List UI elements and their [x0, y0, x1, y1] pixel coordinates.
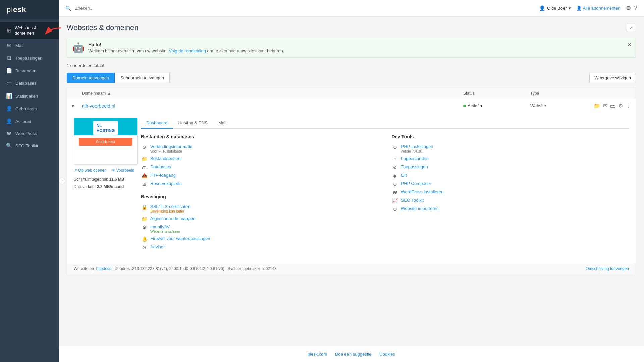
files-icon[interactable]: 📁 — [594, 103, 600, 109]
footer-link-cookies[interactable]: Cookies — [379, 352, 395, 357]
preview-icon: 👁 — [111, 168, 115, 173]
banner-text-after: om te zien hoe u uw sites kunt beheren. — [207, 48, 284, 53]
detail-content: Dashboard Hosting & DNS Mail Bestanden &… — [141, 118, 629, 257]
section-files-db-title: Bestanden & databases — [141, 134, 378, 139]
feature-firewall[interactable]: 🔔 Firewall voor webtoepassingen — [141, 235, 378, 243]
php-icon: ⊙ — [392, 144, 398, 150]
composer-icon: ⊙ — [392, 181, 398, 187]
logs-icon: ≡ — [392, 156, 398, 162]
topbar-icons: ⚙ ? — [626, 5, 637, 12]
sidebar-item-gebruikers[interactable]: 👤 Gebruikers — [0, 102, 59, 115]
footer-link-plesk[interactable]: plesk.com — [308, 352, 327, 357]
settings-action-icon[interactable]: ⚙ — [618, 103, 623, 109]
banner-close-button[interactable]: ✕ — [627, 41, 632, 48]
more-actions-icon[interactable]: ⋮ — [626, 103, 631, 109]
feature-imunifyav[interactable]: ⚙ ImunifyAV Website is schoon — [141, 223, 378, 235]
add-description-link[interactable]: Omschrijving toevoegen — [586, 266, 629, 271]
col-type: Type — [530, 91, 597, 96]
search-input[interactable] — [75, 6, 535, 11]
feature-advisor[interactable]: ⊙ Advisor — [141, 243, 378, 251]
preview-cta-button[interactable]: Ontdek meer — [79, 138, 132, 146]
tab-hosting-dns[interactable]: Hosting & DNS — [173, 118, 213, 129]
col-domain-name[interactable]: Domeinnaam ▲ — [82, 91, 463, 96]
account-icon: 👤 — [6, 118, 12, 124]
user-menu[interactable]: 👤 C de Boer ▾ — [539, 5, 571, 11]
feature-wordpress-install[interactable]: W WordPress installeren — [392, 188, 629, 196]
sidebar-item-databases[interactable]: 🗃 Databases — [0, 77, 59, 89]
feature-ftp[interactable]: 📤 FTP-toegang — [141, 171, 378, 180]
page-footer: plesk.com Doe een suggestie Cookies — [59, 346, 644, 362]
traffic-usage: Dataverkeer 2.2 MB/maand — [74, 183, 141, 191]
preview-link[interactable]: 👁 Voorbeeld — [111, 168, 135, 173]
content-area: Websites & domeinen ⤢ 🤖 Hallo! Welkom bi… — [59, 17, 644, 346]
open-web-link[interactable]: ↗ Op web openen — [74, 168, 107, 173]
add-domain-button[interactable]: Domein toevoegen — [67, 73, 115, 83]
sidebar-item-mail[interactable]: ✉ Mail — [0, 39, 59, 52]
feature-ssl[interactable]: 🔒 SSL/TLS-certificaten Beveiliging kan b… — [141, 203, 378, 215]
feature-toepassingen-dev[interactable]: ⚙ Toepassingen — [392, 163, 629, 171]
sidebar-item-account[interactable]: 👤 Account — [0, 115, 59, 128]
detail-inner: NLHOSTING Ontdek meer ↗ Op we — [67, 112, 636, 263]
domain-tabs: Dashboard Hosting & DNS Mail — [141, 118, 629, 129]
sidebar-item-seo[interactable]: 🔍 SEO Toolkit — [0, 139, 59, 152]
firewall-icon: 🔔 — [141, 236, 148, 242]
open-web-icon: ↗ — [74, 168, 77, 173]
section-devtools-title: Dev Tools — [392, 134, 629, 139]
feature-databases[interactable]: 🗃 Databases — [141, 163, 378, 171]
main-content: 🔍 👤 C de Boer ▾ 👤 Alle abonnementen ⚙ ? … — [59, 0, 644, 362]
tab-dashboard[interactable]: Dashboard — [141, 118, 173, 129]
help-icon[interactable]: ? — [634, 5, 637, 12]
sidebar-label-mail: Mail — [15, 43, 23, 48]
mail-icon: ✉ — [6, 42, 12, 48]
sidebar-label-account: Account — [15, 119, 31, 124]
settings-icon[interactable]: ⚙ — [626, 5, 631, 12]
domain-name[interactable]: nlh-voorbeeld.nl — [82, 103, 463, 109]
footer-link-suggestion[interactable]: Doe een suggestie — [335, 352, 371, 357]
database-action-icon[interactable]: 🗃 — [610, 103, 615, 109]
feature-imunify-text: ImunifyAV Website is schoon — [150, 224, 180, 233]
sidebar-nav: ⊞ Websites & domeinen ✉ Mail ⊞ Toepassin… — [0, 19, 59, 362]
feature-php-text: PHP-instellingen versie 7.4.30 — [401, 144, 433, 153]
subscriptions-button[interactable]: 👤 Alle abonnementen — [576, 6, 621, 11]
banner-text: Hallo! Welkom bij het overzicht van uw w… — [88, 42, 284, 53]
sidebar-item-wordpress[interactable]: W WordPress — [0, 128, 59, 139]
add-subdomain-button[interactable]: Subdomein toevoegen — [115, 73, 170, 83]
sidebar-item-statistieken[interactable]: 📊 Statistieken — [0, 89, 59, 102]
sidebar-label-bestanden: Bestanden — [15, 68, 36, 73]
git-icon: ◆ — [392, 173, 398, 178]
change-view-button[interactable]: Weergave wijzigen — [589, 73, 636, 83]
screenshot-panel: NLHOSTING Ontdek meer ↗ Op we — [74, 118, 141, 257]
sidebar-label-seo: SEO Toolkit — [15, 143, 38, 148]
feature-afgeschermde[interactable]: 📁 Afgeschermde mappen — [141, 215, 378, 223]
feature-php-settings[interactable]: ⊙ PHP-instellingen versie 7.4.30 — [392, 143, 629, 155]
httpdocs-link[interactable]: httpdocs — [96, 266, 111, 271]
feature-reservekopien[interactable]: ⊞ Reservekopieën — [141, 180, 378, 188]
feature-git[interactable]: ◆ Git — [392, 171, 629, 180]
feature-website-import[interactable]: ⊙ Website importeren — [392, 205, 629, 213]
feature-bestandsbeheer[interactable]: 📁 Bestandsbeheer — [141, 155, 378, 163]
feature-ssl-text: SSL/TLS-certificaten Beveiliging kan bet… — [150, 204, 190, 213]
disk-usage: Schijfruimtegebruik 11.6 MB — [74, 176, 141, 183]
backup-icon: ⊞ — [141, 181, 148, 187]
sidebar-collapse-button[interactable]: ‹ — [59, 178, 65, 184]
sidebar-item-bestanden[interactable]: 📄 Bestanden — [0, 64, 59, 77]
gebruikers-icon: 👤 — [6, 106, 12, 112]
domain-status[interactable]: Actief ▾ — [463, 103, 530, 108]
banner-tour-link[interactable]: Volg de rondleiding — [169, 48, 206, 53]
domain-collapse-toggle[interactable]: ▾ — [72, 103, 82, 109]
mail-action-icon[interactable]: ✉ — [603, 103, 607, 109]
feature-logbestanden[interactable]: ≡ Logbestanden — [392, 155, 629, 163]
feature-php-composer[interactable]: ⊙ PHP Composer — [392, 180, 629, 188]
domain-action-icons: 📁 ✉ 🗃 ⚙ ⋮ — [597, 103, 631, 109]
feature-verbindingsinformatie[interactable]: ⊙ Verbindingsinformatie voor FTP, databa… — [141, 143, 378, 155]
page-title: Websites & domeinen — [67, 23, 139, 32]
tab-mail[interactable]: Mail — [213, 118, 232, 129]
feature-seo-toolkit[interactable]: 📈 SEO Toolkit — [392, 196, 629, 205]
domain-row-header: ▾ nlh-voorbeeld.nl Actief ▾ Website 📁 ✉ … — [67, 99, 636, 112]
status-chevron-icon: ▾ — [480, 103, 483, 108]
toepassingen-icon: ⊞ — [6, 55, 12, 61]
sidebar-item-toepassingen[interactable]: ⊞ Toepassingen — [0, 52, 59, 64]
expand-button[interactable]: ⤢ — [627, 24, 636, 32]
feature-col-left: Bestanden & databases ⊙ Verbindingsinfor… — [141, 134, 378, 257]
feature-grid: Bestanden & databases ⊙ Verbindingsinfor… — [141, 134, 629, 257]
